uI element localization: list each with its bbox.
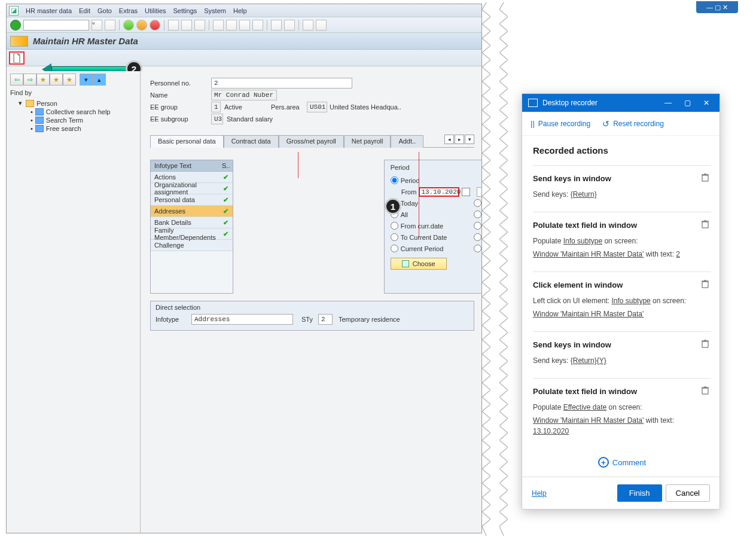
close-icon[interactable]: ✕ <box>699 97 714 108</box>
minimize-icon[interactable]: — <box>661 97 675 108</box>
sty-input[interactable]: 2 <box>318 314 333 325</box>
toolbar-button[interactable] <box>181 20 192 30</box>
delete-icon[interactable] <box>700 279 710 289</box>
tab-net-payroll[interactable]: Net payroll <box>344 135 391 148</box>
persarea-text: United States Headqua.. <box>330 103 401 111</box>
action-line: Window 'Maintain HR Master Data' <box>533 309 711 319</box>
create-button[interactable] <box>9 51 25 65</box>
delete-icon[interactable] <box>700 173 710 182</box>
tab-scroll-right-icon[interactable]: ▸ <box>455 135 464 144</box>
action-line: Window 'Maintain HR Master Data' with te… <box>533 415 711 437</box>
maximize-icon[interactable]: ▢ <box>680 97 694 108</box>
pause-recording-button[interactable]: ||Pause recording <box>531 119 590 128</box>
fav-icon[interactable]: ★ <box>50 74 63 86</box>
tree-label: Person <box>36 100 57 107</box>
menu-item[interactable]: Extras <box>119 7 138 14</box>
tab-basic-personal[interactable]: Basic personal data <box>150 135 224 148</box>
tab-gross-net[interactable]: Gross/net payroll <box>279 135 344 148</box>
radio-to-curr[interactable] <box>391 233 398 241</box>
eesub-text: Standard salary <box>227 115 273 123</box>
toolbar-button[interactable] <box>213 20 224 30</box>
help-link[interactable]: Help <box>532 489 547 498</box>
toolbar-button[interactable] <box>239 20 250 30</box>
recorder-titlebar: Desktop recorder — ▢ ✕ <box>522 94 720 112</box>
radio-last-week[interactable] <box>474 222 481 230</box>
nav-fwd-icon[interactable]: ⇨ <box>23 74 36 86</box>
expand-icon[interactable]: ▾ <box>80 74 93 86</box>
command-field[interactable] <box>23 20 89 30</box>
toolbar-button[interactable] <box>303 20 313 30</box>
tab-scroll-left-icon[interactable]: ◂ <box>444 135 454 144</box>
add-comment-button[interactable]: + Comment <box>533 449 711 476</box>
fav-icon[interactable]: ★ <box>36 74 50 86</box>
from-date-input[interactable]: 13.10.2020 <box>419 187 459 197</box>
toolbar-button[interactable] <box>316 20 327 30</box>
choose-button[interactable]: Choose <box>391 258 447 270</box>
left-pane: ⇦ ⇨ ★ ★ ★ ▾ ▴ Find by ▾ Person • Collect… <box>7 71 141 533</box>
tab-list-icon[interactable]: ▾ <box>465 135 474 144</box>
col-infotype-text: Infotype Text <box>151 160 220 171</box>
infotype-row[interactable]: Challenge <box>151 240 233 251</box>
action-card: Polulate text field in windowPopulate In… <box>533 212 711 272</box>
reset-recording-button[interactable]: ↺Reset recording <box>602 119 664 129</box>
collapse-icon[interactable]: ▴ <box>93 74 106 86</box>
toolbar-button[interactable] <box>168 20 179 30</box>
toolbar-button[interactable] <box>194 20 205 30</box>
tree-root-person[interactable]: ▾ Person <box>10 99 136 108</box>
toolbar-button[interactable] <box>226 20 237 30</box>
eegroup-text: Active <box>224 103 271 111</box>
os-window-controls[interactable]: — ▢ ✕ <box>696 1 738 13</box>
delete-icon[interactable] <box>700 339 710 349</box>
radio-curr-year[interactable] <box>474 245 481 252</box>
desktop-recorder-window: Desktop recorder — ▢ ✕ ||Pause recording… <box>522 93 720 510</box>
tree-item[interactable]: • Free search <box>10 124 136 133</box>
menu-icon[interactable]: ◪ <box>9 6 19 16</box>
persarea-label: Pers.area <box>271 103 307 111</box>
to-date-input[interactable] <box>477 187 481 197</box>
infotype-row[interactable]: Addresses✔ <box>151 206 233 217</box>
radio-period[interactable] <box>391 176 398 184</box>
menu-item[interactable]: System <box>204 7 226 14</box>
toolbar-button[interactable] <box>271 20 282 30</box>
toolbar-button[interactable]: « <box>92 20 102 30</box>
fav-icon[interactable]: ★ <box>63 74 76 86</box>
search-icon <box>35 117 44 124</box>
menu-item[interactable]: Edit <box>79 7 90 14</box>
delete-icon[interactable] <box>700 386 710 395</box>
direct-sel-title: Direct selection <box>156 304 469 311</box>
pernr-input[interactable]: 2 <box>211 78 352 89</box>
delete-icon[interactable] <box>700 219 710 229</box>
menu-item[interactable]: HR master data <box>26 7 72 14</box>
radio-curr-week[interactable] <box>474 199 481 207</box>
tree-item[interactable]: • Search Term <box>10 116 136 124</box>
radio-current-period[interactable] <box>391 245 398 252</box>
exit-icon[interactable] <box>136 20 147 30</box>
radio-last-month[interactable] <box>474 233 481 241</box>
tabstrip: Basic personal data Contract data Gross/… <box>150 135 474 148</box>
toolbar-button[interactable] <box>252 20 263 30</box>
ok-icon[interactable] <box>10 20 21 30</box>
back-icon[interactable] <box>123 20 134 30</box>
calendar-icon[interactable] <box>462 188 470 196</box>
tab-contract[interactable]: Contract data <box>224 135 279 148</box>
tree-item[interactable]: • Collective search help <box>10 108 136 116</box>
infotype-input[interactable]: Addresses <box>191 314 293 325</box>
menu-item[interactable]: Utilities <box>145 7 166 14</box>
nav-back-icon[interactable]: ⇦ <box>10 74 23 86</box>
radio-label: Period <box>401 177 420 184</box>
radio-curr-month[interactable] <box>474 211 481 218</box>
cancel-icon[interactable] <box>150 20 160 30</box>
infotype-row[interactable]: Organizational assignment✔ <box>151 183 233 194</box>
tab-addt[interactable]: Addt.. <box>391 135 423 148</box>
finish-button[interactable]: Finish <box>617 484 662 502</box>
cancel-button[interactable]: Cancel <box>666 484 710 502</box>
menu-item[interactable]: Help <box>233 7 247 14</box>
infotype-row[interactable]: Personal data✔ <box>151 194 233 206</box>
infotype-row[interactable]: Family Member/Dependents✔ <box>151 228 233 240</box>
action-line: Populate Effective date on screen: <box>533 402 711 413</box>
menu-item[interactable]: Goto <box>97 7 112 14</box>
toolbar-button[interactable] <box>284 20 295 30</box>
menu-item[interactable]: Settings <box>173 7 197 14</box>
radio-from-curr[interactable] <box>391 222 398 230</box>
save-icon[interactable] <box>105 20 115 30</box>
